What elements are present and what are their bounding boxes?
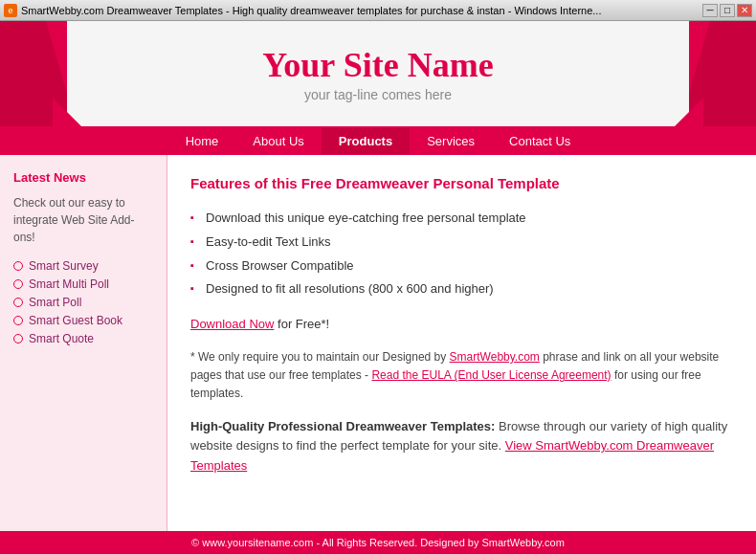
nav-services[interactable]: Services: [410, 128, 492, 154]
highlight-section: High-Quality Professional Dreamweaver Te…: [190, 417, 733, 476]
sidebar-title: Latest News: [13, 170, 153, 185]
download-link[interactable]: Download Now: [190, 317, 274, 331]
header-tri-right: [675, 98, 703, 126]
smartwebby-link[interactable]: SmartWebby.com: [450, 350, 540, 364]
footer: © www.yoursitename.com - All Rights Rese…: [0, 531, 756, 554]
maximize-button[interactable]: □: [720, 4, 735, 17]
nav-home[interactable]: Home: [168, 128, 236, 154]
footer-text: © www.yoursitename.com - All Rights Rese…: [191, 537, 565, 548]
titlebar-buttons: ─ □ ✕: [702, 4, 752, 17]
nav-contact[interactable]: Contact Us: [492, 128, 588, 154]
nav-about[interactable]: About Us: [235, 128, 321, 154]
sidebar-links-list: Smart Survey Smart Multi Poll Smart Poll…: [13, 259, 153, 345]
site-header: Your Site Name your tag-line comes here: [0, 21, 756, 126]
feature-item: Designed to fit all resolutions (800 x 6…: [190, 279, 733, 299]
feature-item: Cross Browser Compatible: [190, 256, 733, 277]
header-center: Your Site Name your tag-line comes here: [67, 21, 689, 126]
features-list: Download this unique eye-catching free p…: [190, 209, 733, 299]
disclaimer-section: * We only require you to maintain our De…: [190, 348, 733, 404]
navbar: Home About Us Products Services Contact …: [0, 126, 756, 155]
feature-item: Download this unique eye-catching free p…: [190, 209, 733, 229]
list-item[interactable]: Smart Quote: [13, 332, 153, 345]
eula-link[interactable]: Read the EULA (End User License Agreemen…: [371, 368, 611, 382]
download-section: Download Now for Free*!: [190, 315, 733, 335]
feature-item: Easy-to-edit Text Links: [190, 233, 733, 253]
list-item[interactable]: Smart Poll: [13, 296, 153, 309]
site-name: Your Site Name: [262, 45, 493, 85]
titlebar: e SmartWebby.com Dreamweaver Templates -…: [0, 0, 756, 21]
content-area: Latest News Check out our easy to integr…: [0, 155, 756, 531]
main-content: Features of this Free Dreamweaver Person…: [167, 155, 756, 531]
list-item[interactable]: Smart Survey: [13, 259, 153, 273]
header-tri-left: [53, 98, 81, 126]
download-suffix: for Free*!: [274, 317, 329, 331]
highlight-bold: High-Quality Professional Dreamweaver Te…: [190, 419, 495, 433]
list-item[interactable]: Smart Multi Poll: [13, 277, 153, 291]
sidebar-news-text: Check out our easy to integrate Web Site…: [13, 194, 153, 246]
nav-products[interactable]: Products: [322, 128, 410, 154]
browser-icon: e: [4, 4, 17, 17]
minimize-button[interactable]: ─: [702, 4, 718, 17]
site-tagline: your tag-line comes here: [304, 87, 452, 102]
titlebar-title: SmartWebby.com Dreamweaver Templates - H…: [21, 5, 702, 16]
close-button[interactable]: ✕: [737, 4, 752, 17]
list-item[interactable]: Smart Guest Book: [13, 314, 153, 327]
main-title: Features of this Free Dreamweaver Person…: [190, 172, 733, 195]
sidebar: Latest News Check out our easy to integr…: [0, 155, 167, 531]
